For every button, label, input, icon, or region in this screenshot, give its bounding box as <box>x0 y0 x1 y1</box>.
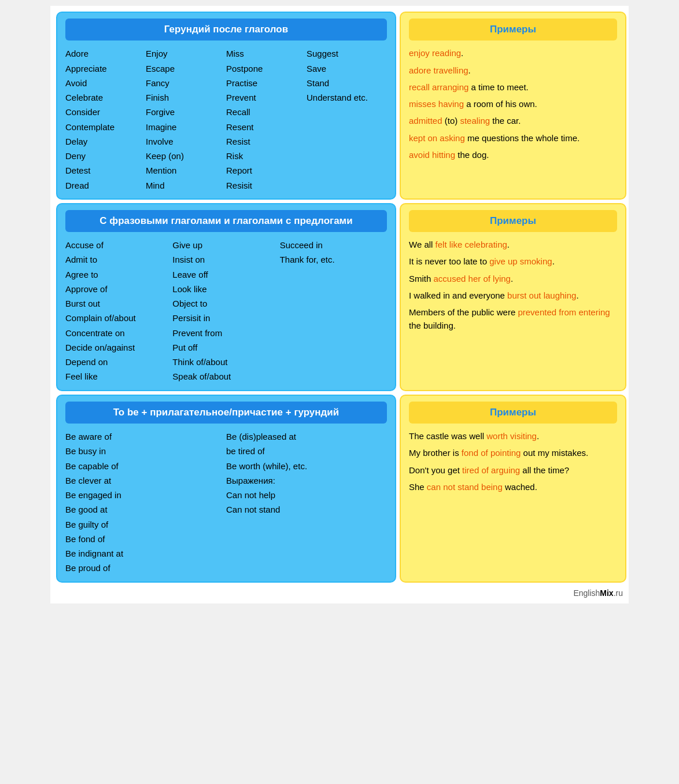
highlight-text: stealing <box>460 116 490 126</box>
list-item: Be proud of <box>65 561 226 575</box>
list-item: Practise <box>226 76 307 90</box>
highlight-text: enjoy reading <box>409 48 461 58</box>
list-item: Postpone <box>226 61 307 76</box>
list-item: Prevent <box>226 90 307 105</box>
section1-columns: AdoreAppreciateAvoidCelebrateConsiderCon… <box>65 46 387 193</box>
list-item: Celebrate <box>65 90 146 105</box>
section1-col2: EnjoyEscapeFancyFinishForgiveImagineInvo… <box>146 46 226 193</box>
example-line: Don't you get tired of arguing all the t… <box>409 463 617 477</box>
list-item: Adore <box>65 46 146 61</box>
section1-grid: Герундий после глаголов AdoreAppreciateA… <box>56 12 623 200</box>
list-item: Report <box>226 163 307 178</box>
list-item: Be engaged in <box>65 488 226 502</box>
highlight-text: give up smoking <box>489 256 552 266</box>
list-item: Fancy <box>146 76 226 90</box>
example-line: She can not stand being wached. <box>409 480 617 494</box>
list-item: Involve <box>146 134 226 149</box>
highlight-text: tired of arguing <box>462 465 520 475</box>
list-item: Can not stand <box>226 502 387 517</box>
section2-col2: Give upInsist onLeave offLook likeObject… <box>172 238 279 384</box>
list-item: Leave off <box>172 267 279 282</box>
list-item: Depend on <box>65 355 172 369</box>
list-item: Think of/about <box>172 355 279 369</box>
list-item: Miss <box>226 46 307 61</box>
list-item: Agree to <box>65 267 172 282</box>
section2-grid: С фразовыми глаголами и глаголами с пред… <box>56 203 623 391</box>
list-item: be tired of <box>226 444 387 458</box>
list-item: Speak of/about <box>172 369 279 384</box>
example-line: avoid hitting the dog. <box>409 148 617 161</box>
example-line: My brother is fond of pointing out my mi… <box>409 446 617 459</box>
example-line: It is never too late to give up smoking. <box>409 255 617 268</box>
list-item: Enjoy <box>146 46 226 61</box>
section3-grid: To be + прилагательное/причастие + гурун… <box>56 395 623 583</box>
example-line: misses having a room of his own. <box>409 97 617 111</box>
list-item: Look like <box>172 282 279 296</box>
section2-right-card: Примеры We all felt like celebrating.It … <box>400 203 626 391</box>
list-item: Resist <box>226 134 307 149</box>
highlight-text: admitted <box>409 116 442 126</box>
section3-right-card: Примеры The castle was well worth visiti… <box>400 395 626 583</box>
section3-title: To be + прилагательное/причастие + гурун… <box>65 402 387 424</box>
list-item: Feel like <box>65 369 172 384</box>
list-item: Concentrate on <box>65 326 172 340</box>
list-item: Deny <box>65 149 146 163</box>
list-item: Contemplate <box>65 120 146 134</box>
section3-examples-title: Примеры <box>409 402 617 424</box>
list-item: Decide on/against <box>65 340 172 355</box>
example-line: Members of the public were prevented fro… <box>409 305 617 333</box>
list-item: Put off <box>172 340 279 355</box>
section1-left-card: Герундий после глаголов AdoreAppreciateA… <box>56 12 396 200</box>
list-item: Appreciate <box>65 61 146 76</box>
section2-columns: Accuse ofAdmit toAgree toApprove ofBurst… <box>65 238 387 384</box>
highlight-text: kept on asking <box>409 133 465 143</box>
page-wrapper: Герундий после глаголов AdoreAppreciateA… <box>50 6 629 603</box>
list-item: Finish <box>146 90 226 105</box>
list-item: Resent <box>226 120 307 134</box>
list-item: Risk <box>226 149 307 163</box>
list-item: Be worth (while), etc. <box>226 459 387 473</box>
list-item: Be (dis)pleased at <box>226 429 387 444</box>
list-item: Complain of/about <box>65 311 172 325</box>
list-item: Insist on <box>172 252 279 267</box>
example-line: recall arranging a time to meet. <box>409 80 617 94</box>
list-item: Understand etc. <box>307 90 387 105</box>
highlight-text: can not stand being <box>427 482 503 492</box>
list-item: Be indignant at <box>65 546 226 561</box>
list-item: Save <box>307 61 387 76</box>
list-item: Be capable of <box>65 459 226 473</box>
list-item: Be guilty of <box>65 517 226 532</box>
highlight-text: misses having <box>409 99 464 109</box>
section1-title: Герундий после глаголов <box>65 19 387 41</box>
example-line: We all felt like celebrating. <box>409 238 617 251</box>
list-item: Stand <box>307 76 387 90</box>
section1-col3: MissPostponePractisePreventRecallResentR… <box>226 46 307 193</box>
list-item: Be good at <box>65 502 226 517</box>
section1-col1: AdoreAppreciateAvoidCelebrateConsiderCon… <box>65 46 146 193</box>
list-item: Give up <box>172 238 279 252</box>
list-item: Recall <box>226 105 307 119</box>
example-line: kept on asking me questions the whole ti… <box>409 131 617 145</box>
list-item: Be aware of <box>65 429 226 444</box>
example-line: adore travelling. <box>409 64 617 77</box>
example-line: I walked in and everyone burst out laugh… <box>409 289 617 302</box>
section1-examples-content: enjoy reading.adore travelling.recall ar… <box>409 46 617 161</box>
list-item: Mind <box>146 178 226 193</box>
section2-col1: Accuse ofAdmit toAgree toApprove ofBurst… <box>65 238 172 384</box>
list-item: Be fond of <box>65 532 226 546</box>
list-item: Forgive <box>146 105 226 119</box>
list-item: Consider <box>65 105 146 119</box>
section2-examples-content: We all felt like celebrating.It is never… <box>409 238 617 333</box>
highlight-text: recall arranging <box>409 82 468 92</box>
list-item: Prevent from <box>172 326 279 340</box>
list-item: Approve of <box>65 282 172 296</box>
example-line: Smith accused her of lying. <box>409 272 617 285</box>
section3-col2: Be (dis)pleased atbe tired ofBe worth (w… <box>226 429 387 576</box>
section3-col1: Be aware ofBe busy inBe capable ofBe cle… <box>65 429 226 576</box>
list-item: Admit to <box>65 252 172 267</box>
list-item: Suggest <box>307 46 387 61</box>
list-item: Burst out <box>65 296 172 311</box>
list-item: Avoid <box>65 76 146 90</box>
highlight-text: burst out laughing <box>507 290 576 300</box>
highlight-text: worth visiting <box>486 431 537 441</box>
